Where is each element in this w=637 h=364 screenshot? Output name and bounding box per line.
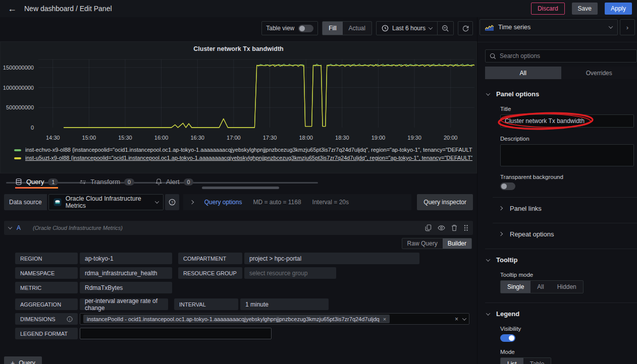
aggregation-field[interactable]: per-interval average rate of change [80,298,168,310]
interval-label: INTERVAL [174,298,238,310]
chevron-down-icon [486,311,490,315]
visualization-picker[interactable]: Time series [480,19,618,35]
builder-option[interactable]: Builder [443,238,471,249]
tab-overrides[interactable]: Overrides [561,67,637,79]
svg-text:18:30: 18:30 [335,135,349,141]
tooltip-header[interactable]: Tooltip [485,256,637,264]
datasource-picker[interactable]: Oracle Cloud Infrastructure Metrics [48,194,164,210]
drag-handle-icon[interactable] [463,224,468,231]
query-inspector-button[interactable]: Query inspector [417,194,473,210]
section-divider [485,302,637,303]
tab-all[interactable]: All [485,67,561,79]
raw-query-option[interactable]: Raw Query [402,238,443,249]
zoom-out-button[interactable] [437,22,453,35]
grafana-edit-panel: ← New dashboard / Edit Panel Discard Sav… [0,0,637,364]
left-column: Table view Fill Actual Last 6 hours [0,17,477,364]
legend-table-option[interactable]: Table [523,358,551,364]
search-options-input[interactable] [500,52,632,59]
time-range-button[interactable]: Last 6 hours [377,22,437,35]
clear-all-icon[interactable]: × [455,316,458,323]
divider [493,197,637,198]
query-options-link[interactable]: Query options [204,199,242,206]
expand-options-button[interactable]: › [620,19,635,35]
tab-alert[interactable]: Alert 0 [155,175,194,189]
chevron-right-icon [189,200,193,204]
tooltip-hidden-option[interactable]: Hidden [551,281,583,293]
svg-text:16:00: 16:00 [154,135,169,141]
datasource-name: Oracle Cloud Infrastructure Metrics [66,195,151,209]
actual-option[interactable]: Actual [343,22,371,35]
svg-text:1000000000: 1000000000 [3,85,34,91]
namespace-field[interactable]: rdma_infrastructure_health [80,267,172,279]
add-query-button[interactable]: + Query [4,356,42,364]
timeseries-viz-icon [485,24,494,31]
metric-label: METRIC [15,282,78,293]
query-datasource-hint: (Oracle Cloud Infrastructure Metrics) [33,225,123,231]
tab-transform[interactable]: Transform 0 [79,175,134,189]
apply-button[interactable]: Apply [605,3,632,15]
chart-panel: Cluster network Tx bandwidth 05000000001… [0,41,477,173]
panel-options-heading: Panel options [496,90,539,98]
trash-icon[interactable] [451,224,457,231]
duplicate-icon[interactable] [425,224,432,231]
collapse-chevron-icon[interactable] [8,225,12,229]
dimensions-field[interactable]: instancePoolId - ocid1.instancepool.oc1.… [80,313,469,325]
svg-text:16:30: 16:30 [190,135,204,141]
legend-visibility-toggle[interactable] [500,334,515,342]
legend-list-option[interactable]: List [501,358,523,364]
panel-title-input[interactable] [500,114,634,128]
repeat-options-label: Repeat options [510,230,554,238]
query-row-header[interactable]: A (Oracle Cloud Infrastructure Metrics) [4,221,473,235]
transparent-background-toggle[interactable] [500,183,515,190]
svg-text:500000000: 500000000 [6,104,34,110]
chevron-right-icon [499,206,503,210]
region-field[interactable]: ap-tokyo-1 [80,253,172,264]
interval-field[interactable]: 1 minute [240,298,329,310]
visualization-row: Time series › [480,19,635,35]
pane-scrollbar-thumb[interactable] [202,187,279,189]
legend-format-input[interactable] [80,328,272,339]
panel-links-label: Panel links [510,205,542,212]
datasource-help-button[interactable]: ? [165,194,179,210]
metric-field[interactable]: RdmaTxBytes [80,282,172,293]
refresh-icon [462,25,469,32]
discard-button[interactable]: Discard [531,3,565,15]
fill-option[interactable]: Fill [323,22,342,35]
dimension-tag: instancePoolId - ocid1.instancepool.oc1.… [83,315,390,323]
legend-item-2[interactable]: inst-u5uzt-x9-ol88 {instancepoolid="ocid… [14,154,472,162]
refresh-button[interactable] [458,21,473,35]
panel-options-header[interactable]: Panel options [485,90,637,98]
tab-query[interactable]: Query 1 [15,175,58,189]
chart-svg[interactable]: 05000000001000000000150000000014:3015:00… [1,52,476,144]
svg-text:17:30: 17:30 [263,135,277,141]
svg-text:15:30: 15:30 [118,135,132,141]
datasource-row: Data source Oracle Cloud Infrastructure … [0,194,477,210]
repeat-options-row[interactable]: Repeat options [485,226,637,241]
chevron-down-icon [486,257,490,261]
remove-dimension-icon[interactable]: × [383,316,386,322]
tooltip-all-option[interactable]: All [530,281,550,293]
table-view-toggle[interactable] [298,25,313,32]
legend-item-1[interactable]: inst-echvo-x9-ol88 {instancepoolid="ocid… [14,146,472,154]
svg-text:19:30: 19:30 [407,135,421,141]
dimension-tag-text: instancePoolId - ocid1.instancepool.oc1.… [87,316,380,322]
resource-group-field[interactable]: select resource group [244,267,336,279]
alert-count-badge: 0 [184,178,194,186]
tooltip-single-option[interactable]: Single [501,281,530,293]
eye-icon[interactable] [438,225,445,231]
description-label: Description [500,136,634,142]
back-arrow-icon[interactable]: ← [5,2,19,16]
compartment-field[interactable]: project > hpc-portal [244,253,419,264]
save-button[interactable]: Save [572,3,598,15]
tooltip-mode-segmented: Single All Hidden [500,280,583,293]
legend-header[interactable]: Legend [485,310,637,318]
clock-icon [382,25,389,32]
panel-links-row[interactable]: Panel links [485,201,637,216]
datasource-label: Data source [4,194,47,210]
fill-actual-segmented: Fill Actual [322,21,372,35]
chevron-down-icon [486,91,490,95]
description-textarea[interactable] [500,144,634,166]
max-data-points-text: MD = auto = 1168 [253,199,301,206]
chevron-down-icon[interactable] [462,316,466,320]
svg-text:14:30: 14:30 [46,135,60,141]
